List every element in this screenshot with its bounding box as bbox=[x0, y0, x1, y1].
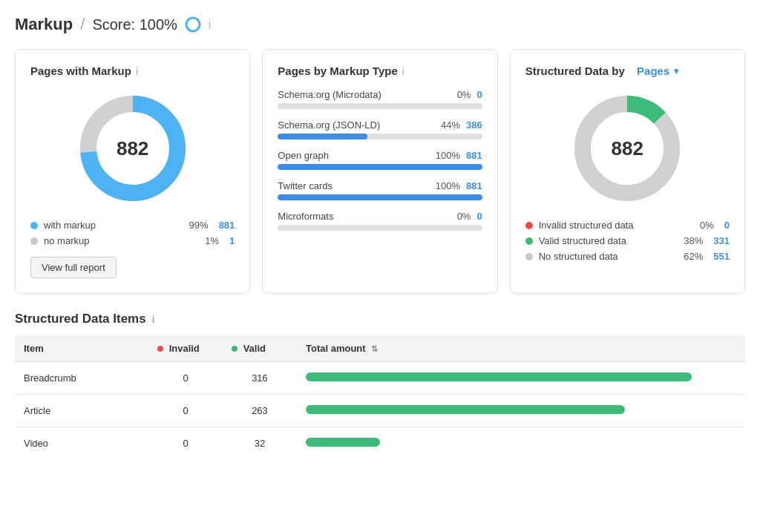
pages-with-markup-title: Pages with Markup i bbox=[30, 65, 235, 77]
structured-data-donut: 882 bbox=[525, 89, 730, 208]
legend-label-invalid-structured: Invalid structured data bbox=[539, 220, 694, 231]
svg-point-0 bbox=[186, 18, 200, 31]
legend-dot-no-markup bbox=[30, 237, 38, 245]
legend-dot-with-markup bbox=[30, 222, 38, 229]
legend-count-valid-structured: 331 bbox=[713, 235, 730, 246]
header-separator: / bbox=[80, 15, 85, 34]
svg-point-1 bbox=[189, 21, 197, 28]
page-header: Markup / Score: 100% i bbox=[15, 15, 745, 34]
page-title: Markup bbox=[15, 15, 73, 34]
bar-label-opengraph: Open graph bbox=[278, 150, 329, 161]
bar-item-twitter: Twitter cards 100% 881 bbox=[278, 180, 482, 200]
bar-label-microformats: Microformats bbox=[278, 211, 333, 222]
legend-item-with-markup: with markup 99% 881 bbox=[30, 220, 235, 231]
bar-pct-opengraph: 100% bbox=[436, 150, 460, 161]
cards-row: Pages with Markup i 882 with markup 99% … bbox=[15, 49, 745, 294]
bar-track-jsonld bbox=[278, 134, 482, 139]
bar-item-jsonld: Schema.org (JSON-LD) 44% 386 bbox=[278, 119, 482, 139]
bar-item-microdata: Schema.org (Microdata) 0% 0 bbox=[278, 89, 482, 109]
legend-pct-invalid-structured: 0% bbox=[700, 220, 714, 231]
bar-label-twitter: Twitter cards bbox=[278, 180, 332, 191]
bar-count-jsonld: 386 bbox=[466, 119, 482, 131]
table-bar-video bbox=[306, 438, 380, 447]
score-label: Score: 100% bbox=[92, 16, 177, 33]
pages-by-markup-type-card: Pages by Markup Type i Schema.org (Micro… bbox=[262, 49, 497, 294]
bar-pct-microformats: 0% bbox=[457, 211, 471, 222]
legend-count-no-structured: 551 bbox=[713, 251, 730, 262]
bar-track-twitter bbox=[278, 194, 482, 200]
table-bar-breadcrumb bbox=[306, 372, 692, 381]
donut-markup-total: 882 bbox=[117, 137, 148, 160]
col-header-invalid: Invalid bbox=[148, 335, 223, 362]
legend-label-with-markup: with markup bbox=[44, 220, 183, 231]
col-header-total[interactable]: Total amount ⇅ bbox=[297, 335, 745, 362]
bar-fill-twitter bbox=[278, 194, 482, 200]
legend-pct-no-structured: 62% bbox=[684, 251, 703, 262]
table-body: Breadcrumb 0 316 Article 0 263 Video 0 bbox=[15, 362, 745, 460]
col-header-valid-label: Valid bbox=[243, 343, 266, 354]
row-total-article bbox=[297, 395, 745, 427]
bar-count-twitter: 881 bbox=[466, 180, 482, 191]
pages-markup-type-title: Pages by Markup Type i bbox=[278, 65, 482, 77]
markup-type-bars: Schema.org (Microdata) 0% 0 Schema.org (… bbox=[278, 89, 482, 231]
legend-dot-no-structured bbox=[525, 253, 533, 260]
pages-with-markup-card: Pages with Markup i 882 with markup 99% … bbox=[15, 49, 250, 294]
bar-label-microdata: Schema.org (Microdata) bbox=[278, 89, 381, 100]
bar-count-opengraph: 881 bbox=[466, 150, 482, 161]
structured-items-info-icon[interactable]: i bbox=[152, 313, 155, 325]
score-circle-icon bbox=[185, 16, 201, 33]
col-header-invalid-label: Invalid bbox=[169, 343, 200, 354]
row-total-breadcrumb bbox=[297, 362, 745, 395]
bar-item-opengraph: Open graph 100% 881 bbox=[278, 150, 482, 170]
chevron-down-icon: ▾ bbox=[674, 66, 678, 76]
legend-item-no-markup: no markup 1% 1 bbox=[30, 235, 235, 246]
bar-count-microformats: 0 bbox=[476, 211, 482, 222]
bar-track-microformats bbox=[278, 225, 482, 231]
legend-item-invalid-structured: Invalid structured data 0% 0 bbox=[525, 220, 730, 231]
sort-icon: ⇅ bbox=[371, 344, 378, 353]
structured-data-title: Structured Data by Pages ▾ bbox=[525, 65, 730, 77]
legend-pct-valid-structured: 38% bbox=[684, 235, 703, 246]
structured-data-items-section: Structured Data Items i Item Invalid Val… bbox=[15, 312, 745, 459]
table-row: Breadcrumb 0 316 bbox=[15, 362, 745, 395]
invalid-header-dot bbox=[157, 346, 163, 352]
row-valid-video: 32 bbox=[223, 427, 297, 460]
col-header-valid: Valid bbox=[223, 335, 297, 362]
pages-markup-legend: with markup 99% 881 no markup 1% 1 bbox=[30, 220, 235, 246]
row-invalid-article: 0 bbox=[148, 395, 223, 427]
row-item-breadcrumb: Breadcrumb bbox=[15, 362, 148, 395]
structured-data-by-pages-card: Structured Data by Pages ▾ 882 Invalid s… bbox=[510, 49, 745, 294]
bar-pct-twitter: 100% bbox=[436, 180, 460, 191]
structured-items-table: Item Invalid Valid Total amount ⇅ Breadc… bbox=[15, 335, 745, 459]
legend-dot-valid-structured bbox=[525, 237, 533, 245]
bar-track-opengraph bbox=[278, 164, 482, 170]
bar-count-microdata: 0 bbox=[476, 89, 482, 100]
table-row: Article 0 263 bbox=[15, 395, 745, 427]
structured-data-items-title: Structured Data Items i bbox=[15, 312, 745, 326]
structured-data-title-prefix: Structured Data by bbox=[525, 65, 625, 77]
pages-markup-info-icon[interactable]: i bbox=[136, 65, 138, 77]
row-valid-article: 263 bbox=[223, 395, 297, 427]
legend-dot-invalid-structured bbox=[525, 222, 533, 229]
legend-label-valid-structured: Valid structured data bbox=[539, 235, 678, 246]
legend-pct-no-markup: 1% bbox=[205, 235, 219, 246]
bar-pct-jsonld: 44% bbox=[441, 119, 460, 131]
view-full-report-button[interactable]: View full report bbox=[30, 257, 117, 278]
col-header-total-label: Total amount bbox=[306, 343, 366, 354]
legend-label-no-structured: No structured data bbox=[539, 251, 678, 262]
col-header-item: Item bbox=[15, 335, 148, 362]
legend-item-valid-structured: Valid structured data 38% 331 bbox=[525, 235, 730, 246]
legend-count-invalid-structured: 0 bbox=[724, 220, 730, 231]
bar-pct-microdata: 0% bbox=[457, 89, 471, 100]
donut-structured-total: 882 bbox=[612, 137, 643, 160]
pages-markup-donut: 882 bbox=[30, 89, 235, 208]
table-header: Item Invalid Valid Total amount ⇅ bbox=[15, 335, 745, 362]
table-bar-article bbox=[306, 405, 625, 414]
header-info-icon[interactable]: i bbox=[209, 19, 211, 30]
row-invalid-video: 0 bbox=[148, 427, 223, 460]
bar-item-microformats: Microformats 0% 0 bbox=[278, 211, 482, 231]
legend-count-no-markup: 1 bbox=[229, 235, 235, 246]
legend-item-no-structured: No structured data 62% 551 bbox=[525, 251, 730, 262]
markup-type-info-icon[interactable]: i bbox=[402, 65, 404, 77]
structured-data-title-link[interactable]: Pages bbox=[637, 65, 669, 77]
